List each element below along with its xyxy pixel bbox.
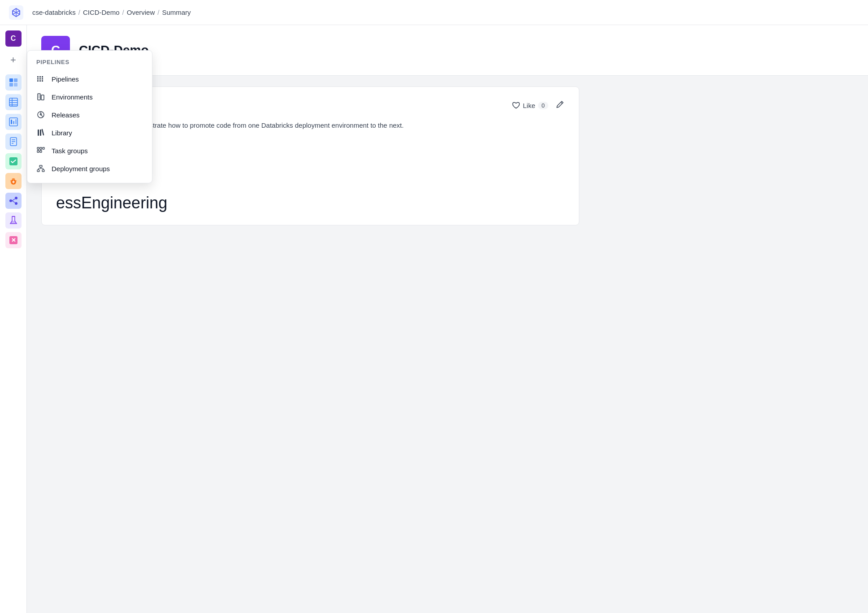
doc-icon[interactable]	[5, 134, 22, 150]
svg-line-28	[12, 201, 15, 203]
content-partial-text: essEngineering	[56, 194, 564, 212]
dropdown-menu: Pipelines Pipelines	[27, 50, 152, 183]
releases-icon	[36, 110, 45, 119]
svg-rect-58	[38, 130, 39, 136]
svg-rect-61	[40, 147, 42, 149]
dropdown-item-environments-label: Environments	[52, 93, 93, 101]
svg-rect-49	[42, 80, 43, 82]
top-bar: cse-databricks / CICD-Demo / Overview / …	[0, 0, 868, 25]
breadcrumb-org[interactable]: cse-databricks	[32, 9, 76, 16]
svg-rect-63	[37, 151, 39, 152]
heart-icon	[512, 101, 520, 109]
svg-rect-41	[37, 76, 39, 78]
lab-icon[interactable]	[5, 212, 22, 229]
deploymentgroups-icon	[36, 164, 45, 173]
svg-rect-1	[9, 78, 13, 82]
sidebar: C +	[0, 25, 27, 613]
dropdown-item-environments[interactable]: Environments	[27, 88, 152, 106]
svg-line-27	[12, 199, 15, 201]
user-avatar[interactable]: C	[5, 30, 22, 47]
edit-button[interactable]	[556, 100, 564, 111]
svg-rect-68	[37, 170, 39, 172]
app-logo[interactable]	[9, 5, 23, 20]
dropdown-header: Pipelines	[27, 56, 152, 70]
dropdown-item-taskgroups[interactable]: Task groups	[27, 142, 152, 160]
cicd-icon[interactable]	[5, 193, 22, 209]
dropdown-item-deploymentgroups-label: Deployment groups	[52, 165, 110, 173]
svg-rect-64	[40, 151, 42, 152]
board-icon[interactable]	[5, 114, 22, 130]
tasks-icon[interactable]	[5, 153, 22, 169]
pencil-icon	[556, 100, 564, 109]
svg-line-33	[561, 102, 562, 104]
svg-rect-46	[39, 80, 41, 82]
breadcrumb: cse-databricks / CICD-Demo / Overview / …	[32, 9, 191, 16]
breadcrumb-sep-1: /	[78, 9, 80, 16]
svg-rect-3	[9, 83, 13, 86]
svg-point-57	[40, 114, 42, 116]
dropdown-item-library[interactable]: Library	[27, 124, 152, 142]
breadcrumb-project[interactable]: CICD-Demo	[83, 9, 120, 16]
main-content: About this project Like 0	[27, 76, 868, 613]
about-actions: Like 0	[512, 100, 564, 111]
svg-rect-67	[39, 165, 42, 167]
svg-rect-51	[41, 95, 44, 100]
svg-rect-48	[42, 78, 43, 80]
library-icon	[36, 128, 45, 137]
dropdown-item-pipelines-label: Pipelines	[52, 75, 79, 83]
alert-icon[interactable]	[5, 232, 22, 248]
svg-rect-69	[42, 170, 44, 172]
like-count: 0	[538, 102, 548, 109]
dropdown-item-releases[interactable]: Releases	[27, 106, 152, 124]
svg-rect-50	[38, 94, 40, 100]
svg-rect-13	[15, 119, 17, 124]
breadcrumb-overview[interactable]: Overview	[127, 9, 155, 16]
taskgroups-icon	[36, 146, 45, 155]
project-header: C CICD-Demo	[27, 25, 868, 76]
svg-rect-59	[40, 130, 41, 136]
like-label: Like	[523, 102, 535, 109]
dropdown-item-deploymentgroups[interactable]: Deployment groups	[27, 160, 152, 177]
svg-rect-43	[37, 80, 39, 82]
svg-rect-62	[43, 147, 44, 149]
add-project-button[interactable]: +	[5, 52, 22, 68]
content-area: C CICD-Demo About this project Like 0	[27, 25, 868, 613]
svg-point-26	[15, 202, 17, 205]
svg-point-25	[15, 197, 17, 199]
dashboard-icon[interactable]	[5, 74, 22, 91]
breadcrumb-current: Summary	[162, 9, 191, 16]
dropdown-item-releases-label: Releases	[52, 111, 80, 119]
bug-icon[interactable]	[5, 173, 22, 189]
svg-rect-47	[42, 76, 43, 78]
table-icon[interactable]	[5, 94, 22, 110]
dropdown-item-library-label: Library	[52, 129, 72, 137]
svg-rect-42	[37, 78, 39, 80]
svg-rect-2	[14, 78, 17, 82]
svg-rect-45	[39, 78, 41, 80]
svg-rect-12	[13, 121, 14, 124]
svg-rect-11	[11, 120, 12, 124]
pipelines-icon	[36, 74, 45, 83]
dropdown-item-taskgroups-label: Task groups	[52, 147, 88, 155]
dropdown-item-pipelines[interactable]: Pipelines	[27, 70, 152, 88]
svg-rect-4	[14, 83, 17, 86]
environments-icon	[36, 92, 45, 101]
svg-point-24	[9, 199, 12, 202]
svg-rect-60	[37, 147, 39, 149]
svg-rect-44	[39, 76, 41, 78]
breadcrumb-sep-2: /	[122, 9, 124, 16]
breadcrumb-sep-3: /	[157, 9, 159, 16]
pipelines-dropdown: Pipelines Pipelines	[27, 50, 152, 183]
like-button[interactable]: Like 0	[512, 101, 548, 109]
